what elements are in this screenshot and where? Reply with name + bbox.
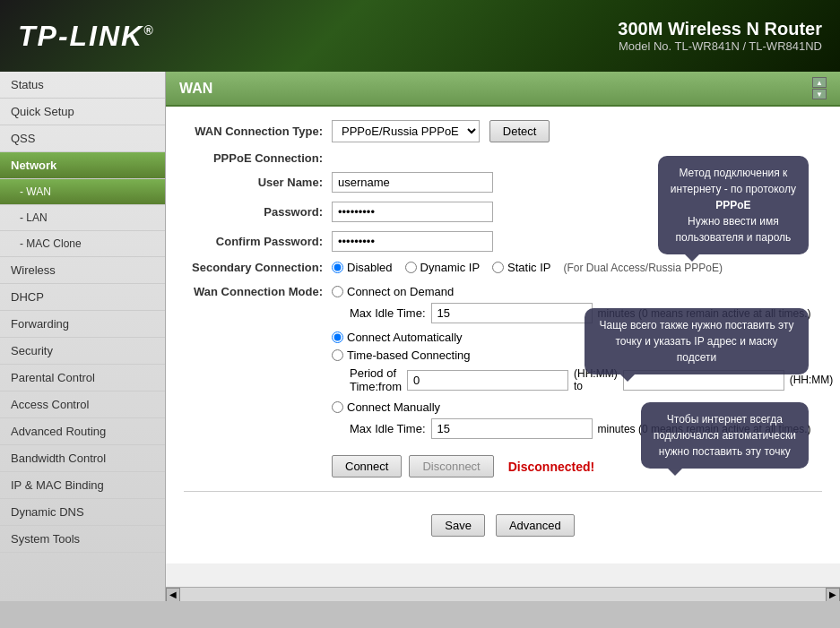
on-demand-idle: Max Idle Time: minutes (0 means remain a… bbox=[332, 303, 833, 323]
radio-auto-input[interactable] bbox=[332, 331, 343, 343]
confirm-password-field bbox=[332, 231, 822, 252]
form-content: Метод подключения к интернету - по прото… bbox=[166, 107, 840, 563]
radio-auto[interactable]: Connect Automatically bbox=[332, 331, 833, 344]
sidebar-item-qss[interactable]: QSS bbox=[0, 125, 165, 152]
username-field bbox=[332, 172, 822, 193]
sidebar-item-lan[interactable]: - LAN bbox=[0, 205, 165, 231]
password-input[interactable] bbox=[332, 202, 493, 222]
device-name: 300M Wireless N Router bbox=[618, 19, 822, 39]
radio-on-demand[interactable]: Connect on Demand bbox=[332, 285, 833, 298]
wan-mode-label: Wan Connection Mode: bbox=[184, 285, 332, 298]
radio-static-ip-input[interactable] bbox=[492, 262, 504, 273]
header: TP-LINK® 300M Wireless N Router Model No… bbox=[0, 0, 840, 72]
connect-manually-option: Connect Manually bbox=[332, 400, 833, 414]
bottom-buttons: Save Advanced bbox=[184, 505, 822, 550]
advanced-button[interactable]: Advanced bbox=[496, 514, 575, 537]
radio-dynamic-ip[interactable]: Dynamic IP bbox=[405, 261, 480, 274]
connect-on-demand-option: Connect on Demand bbox=[332, 285, 833, 298]
detect-button[interactable]: Detect bbox=[489, 120, 550, 142]
disconnect-button[interactable]: Disconnect bbox=[409, 455, 493, 477]
connect-disconnect-row: Connect Disconnect Disconnected! bbox=[184, 455, 822, 477]
device-info: 300M Wireless N Router Model No. TL-WR84… bbox=[618, 19, 822, 53]
connect-button[interactable]: Connect bbox=[332, 455, 402, 477]
scroll-up[interactable]: ▲ bbox=[812, 77, 827, 88]
model-number: Model No. TL-WR841N / TL-WR841ND bbox=[618, 39, 822, 53]
radio-manually-input[interactable] bbox=[332, 401, 343, 413]
wan-mode-row: Wan Connection Mode: Connect on Demand M… bbox=[184, 285, 822, 446]
radio-disabled-input[interactable] bbox=[332, 262, 343, 273]
sidebar-item-status[interactable]: Status bbox=[0, 72, 165, 99]
idle-time-input-1[interactable] bbox=[431, 303, 593, 323]
main-container: Status Quick Setup QSS Network - WAN - L… bbox=[0, 72, 840, 601]
time-based-option: Time-based Connecting bbox=[332, 348, 833, 362]
divider bbox=[184, 491, 822, 492]
sidebar-item-mac-clone[interactable]: - MAC Clone bbox=[0, 231, 165, 257]
pppoe-section-label: PPPoE Connection: bbox=[184, 151, 332, 165]
sidebar-item-dynamic-dns[interactable]: Dynamic DNS bbox=[0, 499, 165, 526]
manually-idle: Max Idle Time: minutes (0 means remain a… bbox=[332, 418, 833, 439]
connection-status: Disconnected! bbox=[508, 460, 594, 474]
radio-time-based[interactable]: Time-based Connecting bbox=[332, 348, 833, 362]
bottom-scrollbar[interactable]: ◀ ▶ bbox=[166, 587, 840, 601]
wan-type-row: WAN Connection Type: PPPoE/Russia PPPoE … bbox=[184, 120, 822, 142]
sidebar-item-access-control[interactable]: Access Control bbox=[0, 391, 165, 418]
password-field bbox=[332, 202, 822, 222]
content-area: WAN ▲ ▼ Метод подключения к интернету - … bbox=[166, 72, 840, 601]
sidebar-item-bandwidth-control[interactable]: Bandwidth Control bbox=[0, 445, 165, 472]
time-period-row: Period of Time:from (HH:MM) to (HH:MM) bbox=[332, 366, 833, 393]
confirm-password-label: Confirm Password: bbox=[184, 235, 332, 248]
sidebar: Status Quick Setup QSS Network - WAN - L… bbox=[0, 72, 166, 601]
wan-mode-options: Connect on Demand Max Idle Time: minutes… bbox=[332, 285, 833, 446]
sidebar-item-wireless[interactable]: Wireless bbox=[0, 257, 165, 284]
sidebar-item-network[interactable]: Network bbox=[0, 152, 165, 179]
radio-time-based-input[interactable] bbox=[332, 349, 343, 361]
period-to-input[interactable] bbox=[623, 370, 784, 391]
sidebar-item-ip-mac-binding[interactable]: IP & MAC Binding bbox=[0, 472, 165, 499]
period-from-input[interactable] bbox=[407, 370, 568, 391]
scroll-left[interactable]: ◀ bbox=[166, 588, 180, 602]
radio-manually[interactable]: Connect Manually bbox=[332, 400, 833, 414]
username-label: User Name: bbox=[184, 176, 332, 189]
connect-auto-option: Connect Automatically bbox=[332, 331, 833, 344]
radio-dynamic-ip-input[interactable] bbox=[405, 262, 417, 273]
sidebar-item-dhcp[interactable]: DHCP bbox=[0, 284, 165, 311]
secondary-connection-label: Secondary Connection: bbox=[184, 261, 332, 274]
radio-static-ip[interactable]: Static IP bbox=[492, 261, 550, 274]
secondary-connection-row: Secondary Connection: Disabled Dynamic I… bbox=[184, 261, 822, 274]
sidebar-item-forwarding[interactable]: Forwarding bbox=[0, 311, 165, 338]
confirm-password-input[interactable] bbox=[332, 231, 493, 252]
password-label: Password: bbox=[184, 205, 332, 219]
wan-type-label: WAN Connection Type: bbox=[184, 125, 332, 138]
page-title: WAN bbox=[179, 81, 212, 97]
password-row: Password: bbox=[184, 202, 822, 222]
sidebar-item-security[interactable]: Security bbox=[0, 338, 165, 365]
page-title-bar: WAN ▲ ▼ bbox=[166, 72, 840, 107]
pppoe-label-row: PPPoE Connection: bbox=[184, 151, 822, 165]
wan-type-field: PPPoE/Russia PPPoE Dynamic IP Static IP … bbox=[332, 120, 822, 142]
secondary-note: (For Dual Access/Russia PPPoE) bbox=[563, 262, 722, 274]
radio-disabled[interactable]: Disabled bbox=[332, 261, 393, 274]
scroll-arrows: ▲ ▼ bbox=[812, 77, 827, 99]
wan-type-select[interactable]: PPPoE/Russia PPPoE Dynamic IP Static IP … bbox=[332, 120, 480, 142]
secondary-connection-options: Disabled Dynamic IP Static IP (For Dual … bbox=[332, 261, 822, 274]
sidebar-item-advanced-routing[interactable]: Advanced Routing bbox=[0, 418, 165, 445]
save-button[interactable]: Save bbox=[431, 514, 485, 537]
username-row: User Name: bbox=[184, 172, 822, 193]
idle-time-input-2[interactable] bbox=[431, 418, 593, 439]
sidebar-item-quick-setup[interactable]: Quick Setup bbox=[0, 99, 165, 125]
username-input[interactable] bbox=[332, 172, 493, 193]
radio-on-demand-input[interactable] bbox=[332, 286, 343, 297]
confirm-password-row: Confirm Password: bbox=[184, 231, 822, 252]
sidebar-item-system-tools[interactable]: System Tools bbox=[0, 526, 165, 553]
sidebar-item-wan[interactable]: - WAN bbox=[0, 179, 165, 205]
scroll-down[interactable]: ▼ bbox=[812, 89, 827, 99]
sidebar-item-parental-control[interactable]: Parental Control bbox=[0, 365, 165, 391]
scroll-right[interactable]: ▶ bbox=[826, 588, 840, 602]
logo-tm: ® bbox=[143, 23, 154, 38]
logo: TP-LINK® bbox=[18, 20, 155, 53]
